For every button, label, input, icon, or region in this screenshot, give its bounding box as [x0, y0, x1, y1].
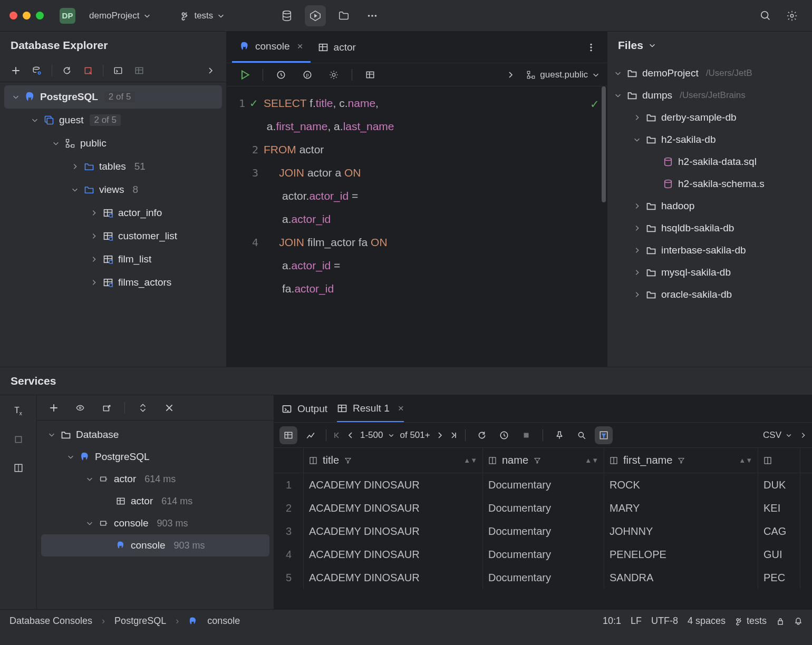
settings-button[interactable] [781, 5, 803, 26]
last-page-icon[interactable] [449, 431, 458, 439]
cell-name[interactable]: Documentary [483, 566, 604, 589]
next-page-icon[interactable] [436, 431, 444, 439]
cell-title[interactable]: ACADEMY DINOSAUR [304, 543, 483, 566]
schema-picker[interactable]: guest.public [526, 70, 600, 80]
srv-postgres[interactable]: PostgreSQL [37, 446, 274, 468]
chart-view-button[interactable] [302, 426, 320, 444]
export-format[interactable]: CSV [763, 430, 781, 441]
add-button[interactable] [43, 397, 64, 418]
cell-first-name[interactable]: MARY [604, 496, 758, 520]
close-window[interactable] [9, 12, 17, 19]
table-row[interactable]: 5 ACADEMY DINOSAUR Documentary SANDRA PE… [274, 566, 812, 589]
cursor-pos[interactable]: 10:1 [603, 615, 621, 627]
project-selector[interactable]: demoProject [85, 8, 155, 23]
tree-datasource[interactable]: guest 2 of 5 [0, 109, 226, 132]
tab-result[interactable]: Result 1 × [337, 395, 404, 422]
breadcrumb-2[interactable]: console [207, 615, 240, 627]
col-name[interactable]: name▲▼ [483, 448, 604, 473]
prev-page-icon[interactable] [346, 431, 355, 439]
cell-title[interactable]: ACADEMY DINOSAUR [304, 496, 483, 520]
table-row[interactable]: 2 ACADEMY DINOSAUR Documentary MARY KEI [274, 496, 812, 520]
files-root[interactable]: demoProject /Users/JetB [607, 62, 812, 84]
files-item[interactable]: h2-sakila-schema.s [607, 173, 812, 195]
srv-query-console[interactable]: console 903 ms [37, 512, 274, 534]
tree-tables[interactable]: tables 51 [0, 155, 226, 178]
srv-query-actor[interactable]: actor 614 ms [37, 468, 274, 490]
refresh-button[interactable] [59, 62, 75, 79]
chevron-down-icon[interactable] [388, 432, 394, 438]
files-item[interactable]: hsqldb-sakila-db [607, 217, 812, 239]
files-item[interactable]: h2-sakila-db [607, 129, 812, 151]
table-row[interactable]: 3 ACADEMY DINOSAUR Documentary JOHNNY CA… [274, 520, 812, 543]
tree-view-item[interactable]: film_list [0, 248, 226, 271]
execute-button[interactable] [234, 64, 255, 85]
funnel-icon[interactable] [678, 457, 685, 464]
col-title[interactable]: title▲▼ [304, 448, 483, 473]
plan-button[interactable]: p [297, 64, 318, 85]
files-item[interactable]: oracle-sakila-db [607, 284, 812, 306]
add-datasource-button[interactable] [7, 62, 24, 79]
tab-output[interactable]: Output [282, 395, 327, 422]
code-editor[interactable]: SELECT f.title, c.name, a.first_name, a.… [264, 86, 607, 367]
jump-to-console-button[interactable] [110, 62, 127, 79]
line-ending[interactable]: LF [631, 615, 642, 627]
cell-name[interactable]: Documentary [483, 520, 604, 543]
reload-button[interactable] [473, 426, 491, 444]
history-button[interactable] [270, 64, 292, 85]
cell-first-name[interactable]: ROCK [604, 473, 758, 496]
tab-actor[interactable]: actor [311, 32, 363, 63]
first-page-icon[interactable] [333, 431, 341, 439]
notifications-button[interactable] [794, 617, 803, 626]
run-tool-button[interactable] [305, 5, 326, 26]
cell-last-name[interactable]: CAG [758, 520, 800, 543]
chevron-down-icon[interactable] [786, 432, 792, 438]
breadcrumb-0[interactable]: Database Consoles [9, 615, 92, 627]
funnel-icon[interactable] [344, 457, 352, 464]
srv-result-actor[interactable]: actor 614 ms [37, 490, 274, 512]
files-tool-button[interactable] [333, 5, 354, 26]
tree-db[interactable]: PostgreSQL 2 of 5 [4, 85, 222, 109]
cell-name[interactable]: Documentary [483, 496, 604, 520]
find-button[interactable] [573, 426, 591, 444]
tab-console[interactable]: console × [232, 32, 311, 63]
show-button[interactable] [70, 397, 91, 418]
table-button[interactable] [131, 62, 148, 79]
breadcrumb-1[interactable]: PostgreSQL [114, 615, 166, 627]
pause-button[interactable] [8, 429, 29, 450]
minimize-window[interactable] [23, 12, 31, 19]
history-button[interactable] [495, 426, 513, 444]
files-item[interactable]: hadoop [607, 195, 812, 217]
output-mode-button[interactable] [360, 64, 381, 85]
cell-last-name[interactable]: DUK [758, 473, 800, 496]
cell-title[interactable]: ACADEMY DINOSAUR [304, 566, 483, 589]
editor-overflow-button[interactable] [500, 64, 521, 85]
stop-result-button[interactable] [517, 426, 535, 444]
cell-last-name[interactable]: PEC [758, 566, 800, 589]
cell-first-name[interactable]: SANDRA [604, 566, 758, 589]
more-tools-button[interactable] [362, 5, 383, 26]
cell-first-name[interactable]: JOHNNY [604, 520, 758, 543]
close-tab-button[interactable]: × [297, 41, 303, 52]
cell-title[interactable]: ACADEMY DINOSAUR [304, 520, 483, 543]
show-options-button[interactable] [202, 62, 219, 79]
page-range[interactable]: 1-500 [360, 430, 383, 441]
close-result-button[interactable]: × [398, 403, 404, 414]
stop-button[interactable] [80, 62, 96, 79]
files-title[interactable]: Files [607, 32, 812, 59]
files-dumps[interactable]: dumps /Users/JetBrains [607, 84, 812, 106]
funnel-icon[interactable] [534, 457, 541, 464]
database-tool-button[interactable] [276, 5, 297, 26]
open-button[interactable] [96, 397, 117, 418]
datasource-properties-button[interactable] [28, 62, 45, 79]
chevron-right-icon[interactable] [799, 432, 807, 439]
pin-button[interactable] [550, 426, 568, 444]
cell-last-name[interactable]: KEI [758, 496, 800, 520]
col-last-name[interactable] [758, 448, 800, 473]
table-row[interactable]: 4 ACADEMY DINOSAUR Documentary PENELOPE … [274, 543, 812, 566]
encoding[interactable]: UTF-8 [651, 615, 678, 627]
tree-view-item[interactable]: customer_list [0, 224, 226, 248]
tree-schema[interactable]: public [0, 132, 226, 155]
tx-button[interactable]: Tx [8, 400, 29, 422]
scrollbar[interactable] [602, 86, 606, 202]
tab-overflow-button[interactable] [581, 37, 602, 58]
